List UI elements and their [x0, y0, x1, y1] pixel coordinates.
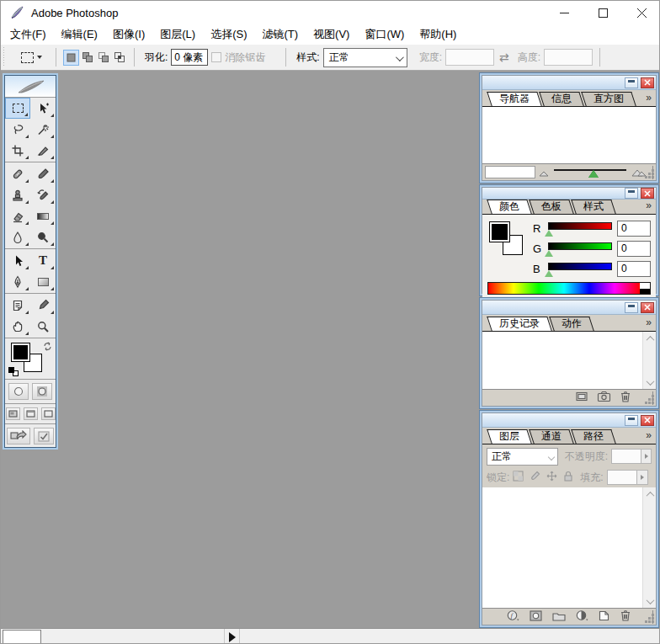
scroll-up-icon[interactable]	[643, 487, 656, 501]
foreground-color-swatch[interactable]	[489, 221, 510, 242]
new-selection-button[interactable]	[63, 50, 79, 66]
lock-all-icon[interactable]	[563, 470, 573, 485]
tab-actions[interactable]: 动作	[551, 317, 592, 331]
panel-minimize-button[interactable]	[625, 77, 638, 88]
slice-tool[interactable]	[30, 140, 56, 161]
lock-image-icon[interactable]	[530, 470, 540, 485]
maximize-button[interactable]	[583, 1, 622, 24]
healing-brush-tool[interactable]	[5, 163, 30, 184]
notes-tool[interactable]	[5, 295, 30, 316]
history-scrollbar[interactable]	[642, 332, 656, 389]
layers-scrollbar[interactable]	[642, 487, 656, 608]
color-spectrum-bar[interactable]	[487, 282, 651, 295]
green-value-input[interactable]	[617, 241, 651, 257]
zoom-slider-thumb[interactable]	[588, 170, 599, 178]
minimize-button[interactable]	[545, 1, 583, 24]
tab-channels[interactable]: 通道	[531, 429, 572, 444]
navigator-panel-titlebar[interactable]	[482, 76, 656, 90]
opacity-popup-button[interactable]	[641, 449, 652, 464]
height-input[interactable]	[544, 49, 593, 66]
panel-menu-button[interactable]	[646, 429, 651, 441]
layer-style-button[interactable]: f	[507, 609, 519, 625]
default-colors-icon[interactable]	[8, 367, 19, 376]
width-input[interactable]	[445, 49, 494, 66]
brush-tool[interactable]	[30, 163, 56, 184]
shape-tool[interactable]	[30, 271, 56, 292]
menu-window[interactable]: 窗口(W)	[357, 24, 412, 45]
tab-navigator[interactable]: 导航器	[489, 92, 540, 106]
swap-dimensions-icon[interactable]: ⇄	[499, 51, 509, 64]
new-layer-group-button[interactable]	[552, 609, 566, 625]
panel-close-button[interactable]	[641, 77, 654, 88]
tab-styles[interactable]: 样式	[573, 200, 614, 214]
hand-tool[interactable]	[5, 316, 30, 337]
swap-colors-icon[interactable]	[42, 341, 53, 352]
panel-close-button[interactable]	[641, 188, 654, 199]
status-menu-arrow-icon[interactable]	[225, 629, 240, 644]
navigator-zoom-input[interactable]	[485, 166, 535, 178]
subtract-from-selection-button[interactable]	[95, 50, 111, 66]
panel-minimize-button[interactable]	[625, 302, 638, 313]
intersect-selection-button[interactable]	[111, 50, 127, 66]
status-zoom-input[interactable]	[3, 630, 41, 644]
style-select[interactable]: 正常	[323, 48, 407, 67]
green-channel-slider[interactable]	[545, 241, 612, 256]
pen-tool[interactable]	[5, 271, 30, 292]
panel-resize-grip[interactable]	[646, 170, 654, 178]
menu-help[interactable]: 帮助(H)	[412, 24, 464, 45]
red-value-input[interactable]	[617, 221, 651, 237]
fill-popup-button[interactable]	[637, 470, 648, 485]
toolbox-check-button[interactable]	[34, 428, 54, 444]
quick-mask-mode-button[interactable]	[32, 383, 52, 400]
panel-minimize-button[interactable]	[625, 415, 638, 426]
menu-view[interactable]: 视图(V)	[306, 24, 357, 45]
standard-screen-mode-button[interactable]	[6, 407, 20, 420]
dodge-tool[interactable]	[30, 226, 56, 247]
antialias-checkbox[interactable]	[211, 52, 221, 62]
panel-menu-button[interactable]	[646, 92, 651, 104]
layers-panel-titlebar[interactable]	[482, 413, 656, 428]
magic-wand-tool[interactable]	[30, 119, 56, 140]
tool-preset-button[interactable]	[13, 47, 49, 67]
menu-layer[interactable]: 图层(L)	[152, 24, 203, 45]
add-layer-mask-button[interactable]	[530, 609, 542, 625]
zoom-slider-track[interactable]	[554, 168, 626, 177]
menu-file[interactable]: 文件(F)	[3, 24, 54, 45]
rectangular-marquee-tool[interactable]	[5, 98, 30, 119]
red-channel-slider[interactable]	[545, 221, 612, 236]
path-selection-tool[interactable]	[5, 250, 30, 271]
eraser-tool[interactable]	[5, 205, 30, 226]
panel-menu-button[interactable]	[646, 200, 651, 211]
history-brush-tool[interactable]	[30, 184, 56, 205]
lock-position-icon[interactable]	[546, 470, 557, 485]
color-panel-titlebar[interactable]	[482, 188, 656, 200]
green-slider-thumb[interactable]	[545, 250, 553, 257]
new-adjustment-layer-button[interactable]	[576, 609, 588, 625]
panel-close-button[interactable]	[641, 302, 654, 313]
menu-filter[interactable]: 滤镜(T)	[254, 24, 306, 45]
delete-state-button[interactable]	[620, 391, 631, 406]
history-panel-titlebar[interactable]	[482, 301, 656, 315]
tab-color[interactable]: 颜色	[489, 200, 530, 214]
panel-resize-grip[interactable]	[646, 396, 654, 404]
type-tool[interactable]: T	[30, 250, 56, 271]
blur-tool[interactable]	[5, 226, 30, 247]
delete-layer-button[interactable]	[620, 609, 631, 625]
menu-select[interactable]: 选择(S)	[203, 24, 254, 45]
menu-image[interactable]: 图像(I)	[105, 24, 152, 45]
new-layer-button[interactable]	[599, 609, 609, 625]
toolbox-titlebar[interactable]	[5, 76, 56, 98]
scroll-down-icon[interactable]	[643, 375, 656, 389]
move-tool[interactable]	[30, 98, 56, 119]
panel-resize-grip[interactable]	[646, 615, 654, 623]
fill-input[interactable]	[607, 470, 637, 485]
lasso-tool[interactable]	[5, 119, 30, 140]
foreground-color-swatch[interactable]	[11, 343, 30, 362]
panel-close-button[interactable]	[641, 415, 654, 426]
gradient-tool[interactable]	[30, 205, 56, 226]
menu-edit[interactable]: 编辑(E)	[54, 24, 105, 45]
clone-stamp-tool[interactable]	[5, 184, 30, 205]
zoom-in-icon[interactable]	[631, 165, 647, 180]
zoom-out-icon[interactable]	[539, 165, 549, 180]
standard-mode-button[interactable]	[8, 383, 29, 400]
